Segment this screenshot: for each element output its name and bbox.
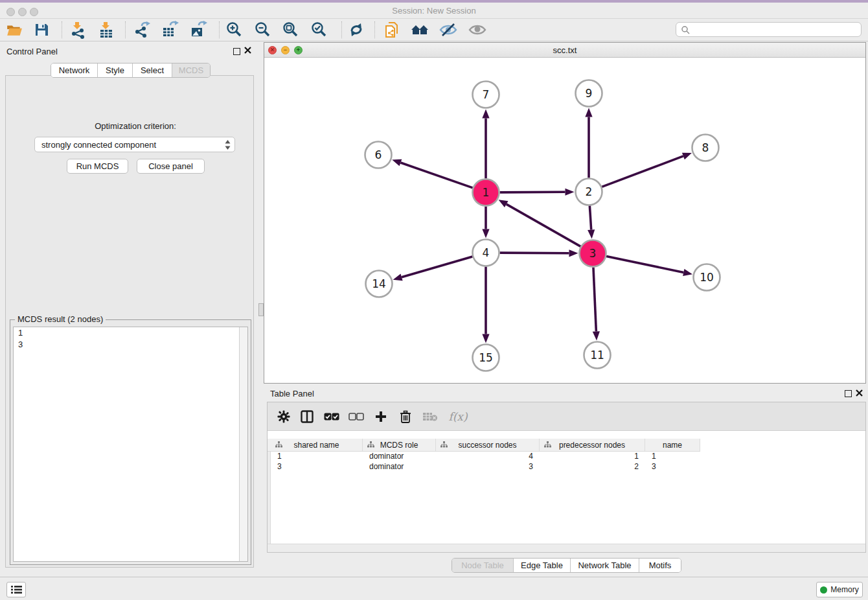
graph-edge-arrowhead xyxy=(593,331,600,340)
open-file-icon[interactable] xyxy=(4,21,25,39)
refresh-layout-icon[interactable] xyxy=(346,21,367,39)
run-mcds-button[interactable]: Run MCDS xyxy=(67,159,128,174)
graph-edge-3-10[interactable] xyxy=(606,256,683,272)
first-neighbors-icon[interactable] xyxy=(409,21,430,39)
function-builder-icon[interactable]: f(x) xyxy=(444,408,472,426)
column-header-predecessor-nodes[interactable]: predecessor nodes xyxy=(540,439,645,451)
zoom-fit-icon[interactable] xyxy=(280,21,301,39)
memory-button[interactable]: Memory xyxy=(816,582,863,597)
export-image-icon[interactable] xyxy=(188,21,209,39)
graph-node-label: 2 xyxy=(586,185,593,198)
close-panel-button[interactable]: Close panel xyxy=(137,159,205,174)
search-input[interactable] xyxy=(692,22,861,37)
control-panel-title: Control Panel xyxy=(6,47,58,56)
close-panel-icon[interactable] xyxy=(244,47,251,54)
mcds-panel: Optimization criterion: strongly connect… xyxy=(5,75,254,568)
graph-edge-2-3[interactable] xyxy=(589,205,591,229)
tab-style[interactable]: Style xyxy=(98,63,133,77)
table-panel-tabs: Node Table Edge Table Network Table Moti… xyxy=(451,558,681,573)
show-column-panel-icon[interactable] xyxy=(297,408,317,426)
table-cell[interactable]: 2 xyxy=(540,462,645,471)
graph-edge-arrowhead xyxy=(499,200,508,207)
tab-mcds[interactable]: MCDS xyxy=(172,63,210,77)
graph-edge-3-1[interactable] xyxy=(507,204,581,246)
memory-label: Memory xyxy=(830,585,858,594)
table-cell[interactable]: dominator xyxy=(363,462,436,471)
graph-edge-arrowhead xyxy=(588,229,595,238)
save-session-icon[interactable] xyxy=(31,21,52,39)
mcds-result-item[interactable]: 3 xyxy=(14,339,247,351)
table-panel-title: Table Panel xyxy=(270,389,314,398)
network-graph-canvas[interactable]: 7968124314101511 xyxy=(264,58,865,383)
select-all-rows-icon[interactable] xyxy=(322,408,341,426)
select-stepper-icon xyxy=(225,139,231,150)
toolbar-separator xyxy=(341,21,342,38)
tab-node-table[interactable]: Node Table xyxy=(452,559,514,572)
graph-edge-arrowhead xyxy=(569,249,578,257)
table-cell[interactable]: dominator xyxy=(363,452,436,461)
memory-status-icon xyxy=(820,586,827,594)
graph-edge-2-8[interactable] xyxy=(602,156,683,187)
zoom-in-icon[interactable] xyxy=(224,21,245,39)
graph-edge-arrowhead xyxy=(482,229,489,238)
hide-selected-icon[interactable] xyxy=(438,21,459,39)
tree-column-icon xyxy=(440,441,448,448)
tab-motifs[interactable]: Motifs xyxy=(639,559,681,572)
show-all-icon[interactable] xyxy=(467,21,488,39)
column-header-successor-nodes[interactable]: successor nodes xyxy=(436,439,540,451)
table-cell[interactable]: 3 xyxy=(436,462,540,471)
copy-network-icon[interactable] xyxy=(381,21,402,39)
result-scrollbar[interactable] xyxy=(239,327,247,561)
graph-edge-3-11[interactable] xyxy=(593,267,596,331)
graph-edge-arrowhead xyxy=(682,153,692,159)
delete-column-icon[interactable] xyxy=(396,408,415,426)
import-network-icon[interactable] xyxy=(67,21,88,39)
import-table-icon[interactable] xyxy=(96,21,117,39)
table-cell[interactable]: 3 xyxy=(271,462,363,471)
mcds-result-item[interactable]: 1 xyxy=(14,327,247,339)
search-icon xyxy=(681,25,690,34)
mcds-result-list[interactable]: 1 3 xyxy=(13,327,248,562)
close-table-panel-icon[interactable] xyxy=(856,389,863,397)
column-header-shared-name[interactable]: shared name xyxy=(271,439,363,451)
zoom-selected-icon[interactable] xyxy=(309,21,330,39)
create-column-icon[interactable] xyxy=(371,408,391,426)
export-table-icon[interactable] xyxy=(159,21,180,39)
network-view-title: scc.txt xyxy=(264,45,865,55)
graph-edge-4-14[interactable] xyxy=(402,257,472,277)
tree-column-icon xyxy=(275,441,282,448)
search-field[interactable] xyxy=(676,22,862,37)
tab-network-table[interactable]: Network Table xyxy=(571,559,639,572)
table-horizontal-scrollbar[interactable] xyxy=(268,544,865,552)
delete-table-icon[interactable] xyxy=(420,408,440,426)
float-panel-icon[interactable] xyxy=(233,48,240,55)
tab-network[interactable]: Network xyxy=(51,63,98,77)
table-cell[interactable]: 1 xyxy=(271,452,363,461)
panel-splitter-handle[interactable] xyxy=(258,303,264,316)
table-cell[interactable]: 1 xyxy=(645,452,700,461)
graph-edge-1-2[interactable] xyxy=(499,192,565,192)
deselect-all-rows-icon[interactable] xyxy=(347,408,366,426)
zoom-out-icon[interactable] xyxy=(253,21,273,39)
optimization-criterion-select[interactable]: strongly connected component xyxy=(34,137,235,152)
export-network-icon[interactable] xyxy=(131,21,152,39)
graph-edge-1-6[interactable] xyxy=(400,163,472,188)
column-header-name[interactable]: name xyxy=(645,439,700,451)
table-panel: Table Panel xyxy=(264,386,868,575)
table-cell[interactable]: 4 xyxy=(436,452,540,461)
tab-edge-table[interactable]: Edge Table xyxy=(514,559,571,572)
task-history-button[interactable] xyxy=(6,582,26,597)
float-table-panel-icon[interactable] xyxy=(845,390,852,397)
graph-node-label: 6 xyxy=(375,148,382,161)
tab-select[interactable]: Select xyxy=(133,63,172,77)
graph-edge-4-3[interactable] xyxy=(499,253,569,253)
column-header-mcds-role[interactable]: MCDS role xyxy=(363,439,436,451)
table-cell[interactable]: 3 xyxy=(645,462,700,471)
table-settings-gear-icon[interactable] xyxy=(274,408,293,426)
graph-edge-arrowhead xyxy=(482,110,489,119)
table-row[interactable]: 1dominator411 xyxy=(271,451,700,461)
network-window-titlebar[interactable]: ✕ − + scc.txt xyxy=(264,43,865,58)
control-panel-tabs: Network Style Select MCDS xyxy=(51,63,211,78)
table-cell[interactable]: 1 xyxy=(540,452,645,461)
table-row[interactable]: 3dominator323 xyxy=(271,461,700,472)
